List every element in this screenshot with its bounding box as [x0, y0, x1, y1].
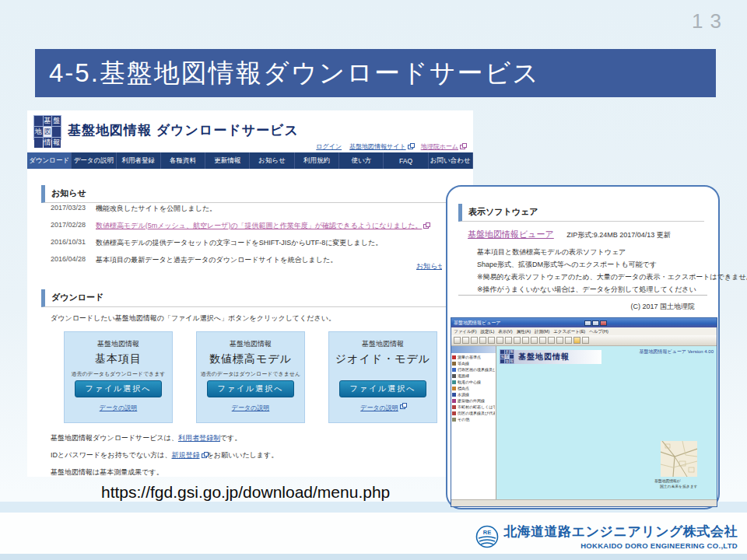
page-number: 13 [692, 9, 728, 33]
legend-item[interactable]: 街区の境界線及び代表点 [452, 411, 495, 415]
toolbar-icon[interactable] [496, 337, 503, 344]
news-item: 2017/03/23 機能改良したサイトを公開しました。 [51, 204, 458, 214]
data-description-link[interactable]: データの説明 [232, 404, 270, 412]
viewer-logo-label: 基盤地図情報 [514, 350, 601, 364]
nav-how-to[interactable]: 使い方 [339, 152, 384, 169]
viewer-version-text: 基盤地図情報ビューア Version 4.00 [640, 348, 714, 355]
toolbar-icon[interactable] [471, 337, 478, 344]
download-instruction: ダウンロードしたい基盤地図情報の「ファイル選択へ」ボタンをクリックしてください。 [51, 313, 335, 324]
legend-swatch [452, 418, 456, 422]
toolbar-icon[interactable] [479, 337, 486, 344]
toolbar-icon[interactable] [582, 337, 589, 344]
viewer-status-bar [451, 499, 717, 506]
file-select-button[interactable]: ファイル選択へ [339, 380, 426, 397]
legend-item[interactable]: 水涯線 [452, 392, 495, 397]
menu-help[interactable]: ヘルプ(H) [589, 329, 608, 334]
card-kihon-koumoku: 基盤地図情報 基本項目 過去のデータもダウンロードできます ファイル選択へ デー… [64, 331, 173, 423]
legend-item[interactable]: その他 [452, 417, 495, 422]
toolbar-icon[interactable] [548, 337, 555, 344]
data-description-link[interactable]: データの説明 [100, 404, 138, 412]
legend-swatch [452, 362, 456, 366]
legend-swatch [452, 411, 456, 415]
legend-item[interactable]: 建築物の外周線 [452, 398, 495, 403]
legend-item[interactable]: 行政区画の境界線及び代表点 [452, 367, 495, 372]
legend-swatch [452, 405, 456, 409]
window-close-button[interactable] [600, 320, 607, 326]
legend-swatch [452, 374, 456, 378]
menu-file[interactable]: ファイル(F) [454, 329, 477, 334]
external-link-icon [408, 145, 413, 149]
menu-measure[interactable]: 計測(M) [535, 329, 549, 334]
toolbar-icon[interactable] [505, 337, 512, 344]
legend-item[interactable]: 道路縁 [452, 373, 495, 378]
nav-update-info[interactable]: 更新情報 [205, 152, 250, 169]
viewer-app-screenshot: 基盤地図情報ビューア ファイル(F) 設定(L) 表示(V) 属性(A) 計測(… [451, 317, 717, 507]
nav-news[interactable]: お知らせ [250, 152, 294, 169]
nav-documents[interactable]: 各種資料 [161, 152, 205, 169]
toolbar-icon[interactable] [531, 337, 538, 344]
toolbar-icon[interactable] [488, 337, 495, 344]
fgd-site-link[interactable]: 基盤地図情報サイト [349, 143, 406, 150]
toolbar-icon[interactable] [556, 337, 563, 344]
nav-faq[interactable]: FAQ [384, 152, 428, 169]
new-registration-link[interactable]: 新規登録 [172, 451, 200, 459]
software-popup: 表示ソフトウェア 基盤地図情報ビューア ZIP形式:9.24MB 2017/04… [446, 185, 720, 509]
download-cards: 基盤地図情報 基本項目 過去のデータもダウンロードできます ファイル選択へ デー… [64, 331, 437, 423]
login-link[interactable]: ログイン [316, 142, 342, 151]
toolbar-icon[interactable] [522, 337, 529, 344]
toolbar-icon[interactable] [454, 337, 461, 344]
news-list: 2017/03/23 機能改良したサイトを公開しました。 2017/02/28 … [51, 204, 458, 272]
window-maximize-button[interactable] [592, 320, 599, 326]
viewer-download-link[interactable]: 基盤地図情報ビューア [468, 229, 554, 239]
popup-divider [458, 295, 707, 296]
news-item: 2016/10/31 数値標高モデルの提供データセットの文字コードをSHIFT-… [51, 238, 458, 248]
fgd-logo-mini: 基 盤 地 図 情 報 [500, 349, 514, 364]
card-geoid-model: 基盤地図情報 ジオイド・モデル ファイル選択へ データの説明 [328, 331, 437, 423]
viewer-toolbar [451, 335, 717, 346]
viewer-tagline: 基盤地図情報が 国土の未来を拓きます [654, 478, 706, 489]
data-description-link[interactable]: データの説明 [360, 404, 398, 412]
news-item: 2016/04/28 基本項目の最新データと過去データのダウンロードサイトを統合… [51, 255, 458, 265]
website-screenshot: 基 盤 地 図 情 報 基盤地図情報 ダウンロードサービス ログイン 基盤地図情… [27, 110, 473, 477]
file-select-button[interactable]: ファイル選択へ [207, 380, 294, 397]
menu-view[interactable]: 表示(V) [498, 329, 512, 334]
viewer-menu-bar: ファイル(F) 設定(L) 表示(V) 属性(A) 計測(M) エクスポート(E… [451, 327, 717, 335]
menu-export[interactable]: エクスポート(E) [553, 329, 585, 334]
nav-download[interactable]: ダウンロード [27, 152, 72, 169]
nav-terms[interactable]: 利用規約 [295, 152, 339, 169]
legend-swatch [452, 393, 456, 397]
legend-swatch [452, 399, 456, 403]
toolbar-icon[interactable] [514, 337, 521, 344]
legend-item[interactable]: 測量の基準点 [452, 355, 495, 359]
legend-item[interactable]: 標高点 [452, 386, 495, 390]
nav-data-description[interactable]: データの説明 [72, 152, 116, 169]
window-minimize-button[interactable] [584, 320, 591, 326]
legend-panel-header [451, 346, 496, 353]
gsi-home-link[interactable]: 地理院ホーム [421, 143, 458, 150]
news-item-link[interactable]: 数値標高モデル(5mメッシュ、航空レーザ)の「提供範囲と作業年度」が確認できるよ… [96, 222, 422, 229]
legend-swatch [452, 387, 456, 390]
toolbar-icon[interactable] [462, 337, 469, 344]
slide-title: 4-5.基盤地図情報ダウンロードサービス [35, 56, 540, 91]
legend-item[interactable]: 等高線 [452, 361, 495, 366]
copyright-text: (C) 2017 国土地理院 [630, 302, 695, 312]
news-more-link[interactable]: お知らせ一覧 [416, 262, 442, 270]
toolbar-icon[interactable] [573, 337, 580, 344]
legend-item[interactable]: 軌道の中心線 [452, 380, 495, 384]
menu-attributes[interactable]: 属性(A) [517, 329, 531, 334]
url-caption: https://fgd.gsi.go.jp/download/menu.php [101, 483, 390, 502]
file-select-button[interactable]: ファイル選択へ [75, 380, 162, 397]
nav-contact[interactable]: お問い合わせ [429, 152, 473, 169]
nav-user-registration[interactable]: 利用者登録 [117, 152, 161, 169]
company-name-en: HOKKAIDO DORO ENGINEERING CO.,LTD [503, 541, 738, 550]
viewer-map-canvas[interactable]: 基 盤 地 図 情 報 基盤地図情報 基盤地図情報ビューア Version 4.… [496, 346, 717, 499]
viewer-legend-panel: 測量の基準点 等高線 行政区画の境界線及び代表点 道路縁 軌道の中心線 標高点 … [451, 346, 496, 499]
company-footer: RE 北海道道路エンジニアリング株式会社 HOKKAIDO DORO ENGIN… [475, 523, 738, 550]
legend-item[interactable]: 市町村の町若しくは字の境... [452, 404, 495, 409]
menu-settings[interactable]: 設定(L) [481, 329, 495, 334]
toolbar-icon[interactable] [565, 337, 572, 344]
external-link-icon [423, 224, 429, 229]
user-registration-link[interactable]: 利用者登録制 [178, 434, 220, 442]
viewer-file-info: ZIP形式:9.24MB 2017/04/13 更新 [566, 231, 671, 239]
toolbar-icon[interactable] [539, 337, 546, 344]
